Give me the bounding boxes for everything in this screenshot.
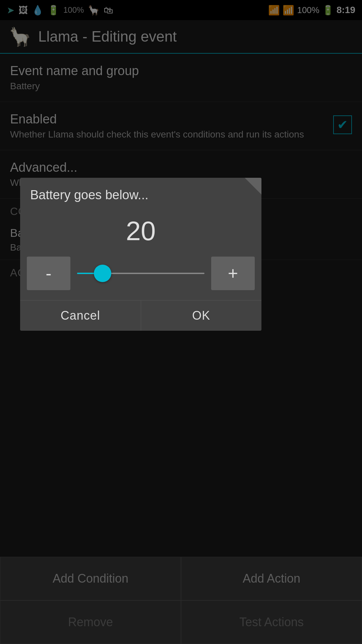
dialog-actions: Cancel OK <box>20 301 261 331</box>
increment-button[interactable]: + <box>211 257 255 290</box>
slider-container[interactable] <box>77 263 204 283</box>
dialog-header: Battery goes below... <box>20 178 261 209</box>
dialog-slider-row: - + <box>20 253 261 300</box>
slider-thumb[interactable] <box>94 265 111 282</box>
dialog-value-display: 20 <box>20 209 261 253</box>
battery-dialog: Battery goes below... 20 - + Cancel OK <box>20 178 261 331</box>
slider-track <box>77 273 204 274</box>
decrement-button[interactable]: - <box>27 257 70 290</box>
cancel-button[interactable]: Cancel <box>20 301 141 331</box>
dialog-corner-decoration <box>245 178 261 195</box>
dialog-title: Battery goes below... <box>30 188 251 209</box>
ok-button[interactable]: OK <box>141 301 262 331</box>
